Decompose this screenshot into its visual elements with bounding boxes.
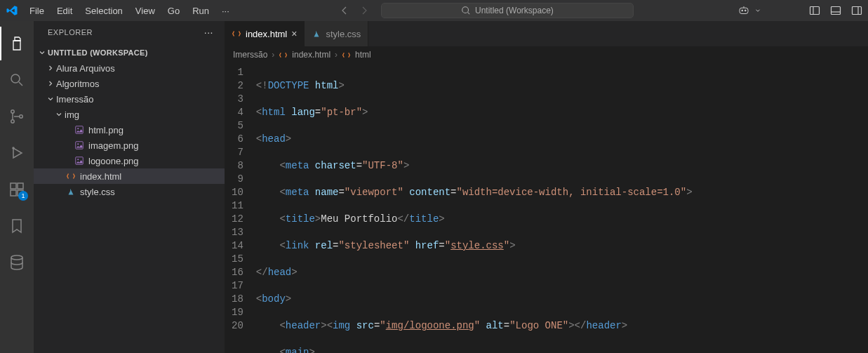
svg-point-7 [11, 74, 20, 83]
tree-folder-alura[interactable]: Alura Arquivos [34, 60, 225, 76]
svg-rect-1 [740, 8, 748, 13]
svg-point-2 [742, 10, 743, 11]
symbol-icon [342, 51, 351, 60]
copilot-icon[interactable] [737, 4, 750, 17]
tab-label: style.css [326, 29, 361, 39]
tree-file-index-html[interactable]: index.html [34, 168, 225, 184]
menu-file[interactable]: File [24, 3, 50, 19]
tree-label: html.png [88, 125, 123, 135]
breadcrumb-item[interactable]: index.html [292, 50, 330, 60]
menu-view[interactable]: View [130, 3, 161, 19]
svg-point-16 [11, 255, 22, 260]
vscode-logo-icon [6, 4, 18, 17]
chevron-down-icon [36, 48, 48, 57]
menu-more[interactable]: ··· [216, 3, 235, 19]
activity-run-debug[interactable] [0, 136, 34, 170]
menu-go[interactable]: Go [162, 3, 185, 19]
tree-label: img [65, 109, 79, 120]
menu-bar: File Edit Selection View Go Run ··· [24, 3, 235, 19]
menu-run[interactable]: Run [187, 3, 215, 19]
html-file-icon [232, 29, 241, 39]
code-content[interactable]: <!DOCTYPE html> <html lang="pt-br"> <hea… [256, 63, 868, 353]
extensions-badge: 1 [18, 191, 28, 201]
tree-file-style-css[interactable]: style.css [34, 184, 225, 199]
layout-bottom-icon[interactable] [830, 5, 841, 16]
close-icon[interactable]: × [291, 28, 297, 39]
svg-rect-12 [11, 183, 16, 189]
svg-rect-17 [76, 126, 84, 134]
tab-index-html[interactable]: index.html × [225, 21, 305, 46]
svg-point-3 [745, 10, 746, 11]
svg-rect-19 [76, 142, 84, 149]
tree-folder-algoritmos[interactable]: Algoritmos [34, 76, 225, 91]
nav-forward-icon[interactable] [359, 5, 370, 16]
svg-rect-13 [11, 190, 16, 196]
chevron-right-icon: › [335, 50, 338, 60]
svg-point-9 [11, 120, 14, 123]
editor-area: index.html × style.css Imerssão › index.… [225, 21, 868, 353]
layout-right-icon[interactable] [851, 5, 862, 16]
tree-file-logoone-png[interactable]: logoone.png [34, 153, 225, 168]
tab-style-css[interactable]: style.css [305, 21, 368, 46]
activity-bar: 1 [0, 21, 34, 353]
tree-workspace-root[interactable]: UNTITLED (WORKSPACE) [34, 45, 225, 60]
chevron-down-icon [45, 95, 56, 103]
command-center-text: Untitled (Workspace) [475, 6, 554, 15]
code-editor[interactable]: 1234567891011121314151617181920 <!DOCTYP… [225, 63, 868, 353]
svg-rect-5 [832, 7, 841, 15]
svg-rect-6 [853, 7, 862, 15]
css-file-icon [65, 187, 77, 197]
activity-bookmark[interactable] [0, 209, 34, 243]
breadcrumb-item[interactable]: html [355, 50, 371, 60]
tree-label: Alura Arquivos [56, 63, 115, 74]
image-file-icon [73, 156, 86, 166]
tree-label: index.html [80, 171, 121, 182]
tree-folder-img[interactable]: img [34, 107, 225, 122]
file-tree: UNTITLED (WORKSPACE) Alura Arquivos Algo… [34, 44, 225, 201]
menu-edit[interactable]: Edit [51, 3, 78, 19]
svg-point-10 [20, 115, 22, 118]
menu-selection[interactable]: Selection [79, 3, 128, 19]
activity-source-control[interactable] [0, 100, 34, 133]
activity-search[interactable] [0, 63, 34, 97]
search-icon [461, 6, 471, 15]
chevron-down-icon[interactable] [754, 7, 761, 14]
command-center[interactable]: Untitled (Workspace) [381, 3, 634, 18]
svg-point-22 [77, 159, 79, 160]
tree-file-html-png[interactable]: html.png [34, 122, 225, 138]
image-file-icon [73, 125, 86, 135]
tree-label: Algoritmos [56, 79, 99, 89]
activity-extensions[interactable]: 1 [0, 173, 34, 206]
tree-label: Imerssão [56, 94, 93, 105]
html-file-icon [279, 51, 288, 60]
line-gutter: 1234567891011121314151617181920 [225, 63, 256, 353]
tree-folder-imerssao[interactable]: Imerssão [34, 91, 225, 107]
svg-point-11 [13, 147, 14, 149]
activity-database[interactable] [0, 246, 34, 279]
sidebar-header: EXPLORER ··· [34, 21, 225, 44]
breadcrumb-item[interactable]: Imerssão [233, 50, 267, 60]
css-file-icon [312, 29, 321, 39]
chevron-right-icon [45, 64, 56, 72]
svg-rect-21 [76, 157, 84, 165]
chevron-right-icon [45, 79, 56, 88]
workspace-label: UNTITLED (WORKSPACE) [48, 48, 148, 57]
nav-back-icon[interactable] [339, 5, 350, 16]
activity-explorer[interactable] [0, 27, 34, 60]
svg-rect-4 [810, 7, 820, 15]
svg-point-0 [462, 7, 469, 13]
chevron-down-icon [53, 110, 65, 119]
explorer-title: EXPLORER [48, 28, 93, 36]
layout-panel-icon[interactable] [809, 5, 820, 16]
tree-file-imagem-png[interactable]: imagem.png [34, 138, 225, 153]
svg-point-20 [77, 143, 79, 145]
chevron-right-icon: › [272, 50, 274, 60]
title-bar: File Edit Selection View Go Run ··· Unti… [0, 0, 868, 21]
html-file-icon [65, 171, 77, 181]
explorer-more-icon[interactable]: ··· [204, 27, 213, 38]
svg-point-8 [11, 110, 14, 113]
title-right-controls [737, 4, 862, 17]
svg-rect-15 [18, 183, 23, 189]
breadcrumb[interactable]: Imerssão › index.html › html [225, 46, 868, 63]
tree-label: imagem.png [88, 140, 139, 151]
